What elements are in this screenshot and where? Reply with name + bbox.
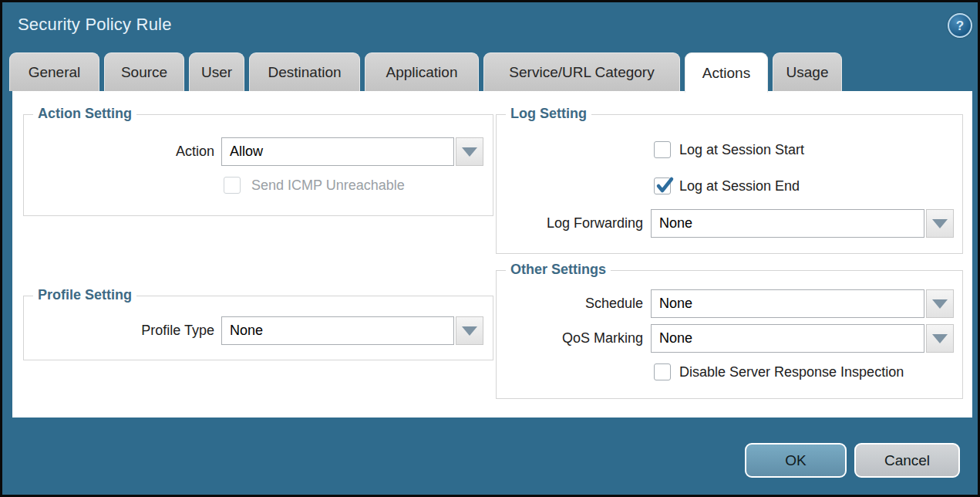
send-icmp-unreachable-label: Send ICMP Unreachable bbox=[251, 177, 405, 194]
profile-type-dropdown[interactable]: None bbox=[221, 316, 483, 345]
log-at-session-end-checkbox[interactable] bbox=[654, 178, 671, 194]
chevron-down-icon bbox=[932, 219, 948, 228]
chevron-down-icon bbox=[462, 147, 477, 157]
chevron-down-icon bbox=[932, 334, 948, 343]
security-policy-rule-dialog: Security Policy Rule ? General Source Us… bbox=[0, 0, 980, 497]
chevron-down-icon bbox=[462, 326, 477, 336]
disable-server-response-inspection-checkbox[interactable] bbox=[654, 363, 671, 380]
other-settings-legend: Other Settings bbox=[506, 262, 611, 278]
schedule-label: Schedule bbox=[497, 289, 643, 318]
action-setting-group: Action Setting Action Allow Send ICMP Un… bbox=[23, 114, 493, 216]
action-dropdown-value[interactable]: Allow bbox=[221, 137, 454, 166]
log-forwarding-dropdown-value[interactable]: None bbox=[651, 209, 924, 238]
log-at-session-start-checkbox[interactable] bbox=[654, 141, 671, 158]
log-forwarding-dropdown-button[interactable] bbox=[926, 209, 954, 238]
log-forwarding-dropdown[interactable]: None bbox=[651, 209, 954, 238]
tab-usage[interactable]: Usage bbox=[773, 52, 842, 91]
action-label: Action bbox=[24, 137, 214, 166]
checkmark-icon bbox=[655, 176, 675, 196]
ok-button[interactable]: OK bbox=[745, 443, 847, 478]
tab-actions[interactable]: Actions bbox=[685, 52, 768, 93]
log-at-session-start-label: Log at Session Start bbox=[679, 141, 804, 158]
schedule-dropdown-button[interactable] bbox=[926, 289, 954, 318]
tab-destination[interactable]: Destination bbox=[249, 52, 360, 91]
tab-panel-actions: Action Setting Action Allow Send ICMP Un… bbox=[12, 91, 972, 418]
profile-type-label: Profile Type bbox=[24, 316, 214, 345]
disable-server-response-inspection-label: Disable Server Response Inspection bbox=[679, 363, 904, 380]
cancel-button[interactable]: Cancel bbox=[854, 443, 960, 478]
log-at-session-end-label: Log at Session End bbox=[679, 178, 800, 194]
other-settings-group: Other Settings Schedule None QoS Marking… bbox=[496, 270, 963, 399]
dialog-title: Security Policy Rule bbox=[18, 15, 172, 35]
action-dropdown[interactable]: Allow bbox=[221, 137, 483, 166]
profile-type-dropdown-value[interactable]: None bbox=[221, 316, 454, 345]
schedule-dropdown-value[interactable]: None bbox=[651, 289, 924, 318]
profile-type-dropdown-button[interactable] bbox=[456, 316, 483, 345]
tab-user[interactable]: User bbox=[189, 52, 244, 91]
log-forwarding-label: Log Forwarding bbox=[497, 209, 643, 238]
send-icmp-unreachable-checkbox bbox=[224, 177, 241, 194]
help-icon[interactable]: ? bbox=[948, 13, 972, 38]
qos-marking-dropdown[interactable]: None bbox=[651, 324, 954, 353]
chevron-down-icon bbox=[932, 299, 948, 309]
log-setting-group: Log Setting Log at Session Start Log at … bbox=[496, 114, 963, 254]
qos-marking-dropdown-value[interactable]: None bbox=[651, 324, 924, 353]
tab-general[interactable]: General bbox=[9, 52, 99, 91]
log-setting-legend: Log Setting bbox=[506, 106, 591, 122]
tab-application[interactable]: Application bbox=[365, 52, 479, 91]
tab-bar: General Source User Destination Applicat… bbox=[9, 52, 842, 91]
schedule-dropdown[interactable]: None bbox=[651, 289, 954, 318]
profile-setting-legend: Profile Setting bbox=[33, 287, 136, 303]
qos-marking-dropdown-button[interactable] bbox=[926, 324, 954, 353]
action-setting-legend: Action Setting bbox=[33, 106, 136, 122]
action-dropdown-button[interactable] bbox=[456, 137, 483, 166]
profile-setting-group: Profile Setting Profile Type None bbox=[23, 296, 493, 360]
qos-marking-label: QoS Marking bbox=[497, 324, 643, 353]
tab-source[interactable]: Source bbox=[104, 52, 184, 91]
tab-service-url-category[interactable]: Service/URL Category bbox=[483, 52, 680, 91]
